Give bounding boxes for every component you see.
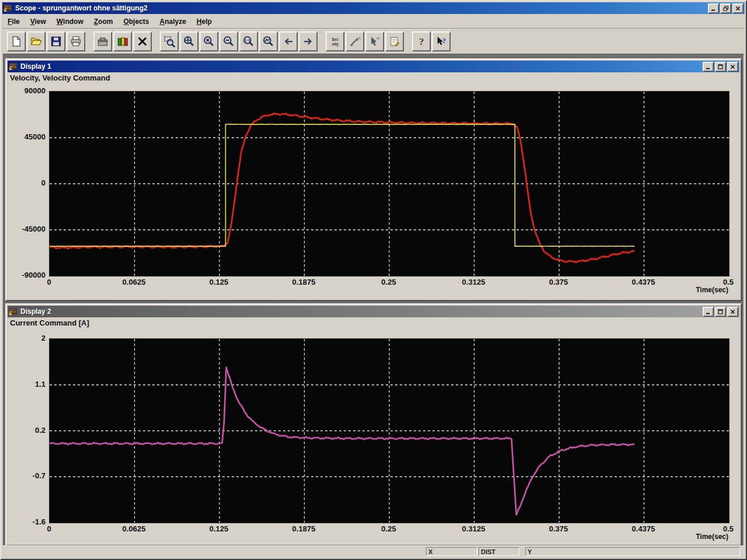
x-tick-label: 0.0625	[111, 278, 158, 286]
y-tick-label: -45000	[8, 225, 46, 233]
zoom-curve-button[interactable]	[259, 32, 278, 51]
menu-file[interactable]: File	[2, 16, 25, 27]
trace-velocity-command	[50, 124, 634, 246]
print-button[interactable]	[67, 32, 85, 51]
svg-text:dy: dy	[376, 36, 380, 39]
plot-canvas[interactable]	[49, 338, 729, 523]
display2-icon[interactable]	[9, 307, 18, 316]
toolbox-button[interactable]	[93, 32, 112, 51]
x-tick-label: 0.25	[365, 524, 412, 533]
slope-measure-button[interactable]: dy	[345, 32, 364, 51]
display1-signal-label: Velocity, Velocity Command	[10, 74, 110, 82]
context-help-button[interactable]: ?	[432, 32, 451, 51]
toolbar-separator	[319, 32, 326, 51]
x-tick-label: 0.3125	[451, 278, 497, 286]
menu-help[interactable]: Help	[191, 16, 217, 27]
x-tick-label: 0.1875	[281, 524, 327, 533]
context-help-icon: ?	[435, 36, 447, 47]
y-tick-label: 0	[8, 178, 46, 187]
display1-window-controls	[703, 62, 738, 72]
toolbox-icon	[97, 36, 109, 47]
display1-title: Display 1	[20, 62, 703, 71]
minimize-button[interactable]	[708, 4, 719, 13]
menu-zoom[interactable]: Zoom	[89, 16, 118, 27]
y-tick-label: 45000	[8, 132, 46, 141]
pointer-tool-icon: dy	[369, 36, 381, 47]
maximize-button[interactable]	[715, 307, 726, 317]
zoom-cancel-button[interactable]	[200, 32, 218, 51]
zoom-1to1-icon: 1:1	[243, 36, 254, 47]
menu-window[interactable]: Window	[51, 16, 89, 27]
maximize-button[interactable]	[715, 62, 726, 72]
close-button[interactable]	[727, 307, 738, 317]
x-tick-label: 0.375	[535, 278, 582, 286]
select-object-button[interactable]: Selobj	[326, 32, 344, 51]
status-bar: X DIST Y	[2, 545, 745, 558]
display-options-icon	[117, 36, 128, 47]
help-button[interactable]: ?	[412, 32, 431, 51]
svg-text:obj: obj	[331, 41, 338, 46]
display2-signal-label: Current Command [A]	[10, 318, 89, 327]
x-tick-label: 0.3125	[451, 524, 497, 533]
restore-button[interactable]	[720, 4, 731, 13]
zoom-cancel-icon	[203, 36, 215, 47]
y-tick-label: 1.1	[8, 380, 46, 388]
zoom-1to1-button[interactable]: 1:1	[239, 32, 258, 51]
zoom-out-button[interactable]	[219, 32, 238, 51]
zoom-curve-icon	[263, 36, 274, 47]
menu-bar: FileViewWindowZoomObjectsAnalyzeHelp	[2, 15, 745, 29]
notes-button[interactable]	[385, 32, 404, 51]
slope-tool-icon: dy	[349, 36, 361, 47]
display2-title: Display 2	[20, 307, 703, 316]
svg-text:?: ?	[442, 37, 446, 45]
new-doc-icon	[11, 36, 22, 47]
pan-right-icon	[302, 36, 314, 47]
x-tick-label: 0.5	[705, 278, 747, 286]
x-tick-label: 0.125	[196, 278, 242, 286]
notes-tool-icon	[389, 36, 400, 47]
x-tick-label: 0.4375	[620, 524, 667, 533]
plot-canvas[interactable]	[49, 91, 729, 276]
minimize-button[interactable]	[703, 307, 714, 317]
display1-title-bar[interactable]: Display 1	[8, 61, 739, 72]
open-button[interactable]	[27, 32, 46, 51]
app-icon[interactable]	[4, 4, 13, 13]
zoom-box-button[interactable]	[160, 32, 179, 51]
display2-title-bar[interactable]: Display 2	[8, 306, 739, 317]
trace-halo	[50, 113, 634, 262]
grid-lines	[50, 339, 729, 523]
delete-display-button[interactable]	[133, 32, 152, 51]
minimize-button[interactable]	[703, 62, 714, 72]
mdi-client-area: Display 1 Velocity, Velocity Command 900…	[3, 54, 744, 548]
display-options-button[interactable]	[113, 32, 132, 51]
x-tick-label: 0.25	[365, 278, 412, 286]
save-button[interactable]	[47, 32, 65, 51]
new-button[interactable]	[7, 32, 26, 51]
zoom-fit-icon	[183, 36, 195, 47]
menu-objects[interactable]: Objects	[118, 16, 154, 27]
zoom-box-icon	[163, 36, 175, 47]
cursor-measure-button[interactable]: dy	[365, 32, 384, 51]
x-tick-label: 0.375	[535, 524, 582, 533]
pan-right-button[interactable]	[299, 32, 317, 51]
close-button[interactable]	[727, 62, 738, 72]
printer-icon	[70, 36, 82, 47]
x-axis-unit-label: Time(sec)	[652, 533, 728, 541]
display1-window: Display 1 Velocity, Velocity Command 900…	[5, 58, 742, 301]
y-tick-label: 90000	[8, 86, 46, 95]
sel-obj-icon: Selobj	[329, 36, 341, 47]
display1-body: Velocity, Velocity Command 90000450000-4…	[8, 72, 739, 299]
display1-icon[interactable]	[9, 62, 18, 71]
y-tick-label: 0.2	[8, 426, 46, 435]
close-button[interactable]	[732, 4, 743, 13]
toolbar-separator	[405, 32, 412, 51]
menu-analyze[interactable]: Analyze	[154, 16, 191, 27]
svg-text:?: ?	[419, 36, 424, 47]
menu-view[interactable]: View	[25, 16, 51, 27]
zoom-fit-button[interactable]	[180, 32, 198, 51]
app-title-bar[interactable]: Scope - sprungantwort ohne sättigung2	[2, 2, 745, 14]
scope-application-window: Scope - sprungantwort ohne sättigung2 Fi…	[0, 0, 747, 560]
pan-left-button[interactable]	[279, 32, 298, 51]
x-tick-label: 0	[26, 524, 72, 533]
display2-body: Current Command [A] 21.10.2-0.7-1.600.06…	[8, 317, 739, 544]
